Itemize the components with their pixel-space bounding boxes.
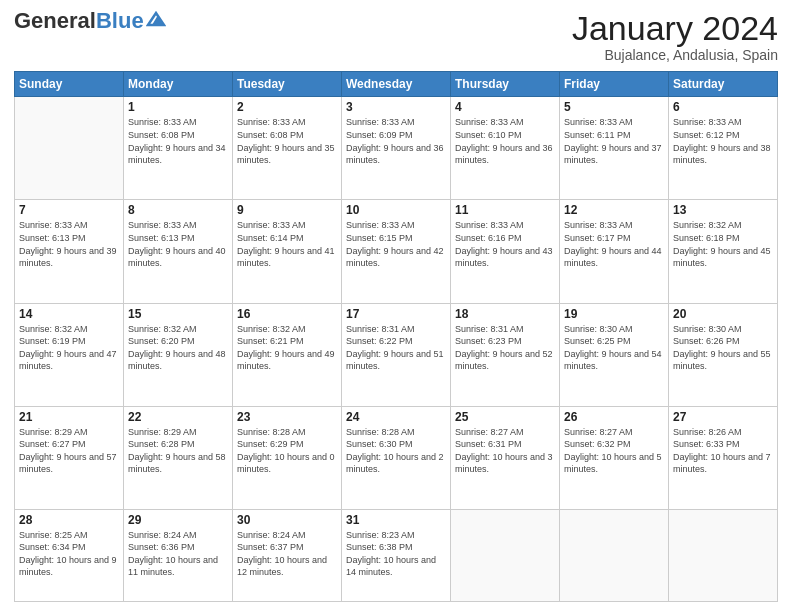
day-number: 3 [346,100,446,114]
day-info: Sunrise: 8:28 AMSunset: 6:30 PMDaylight:… [346,426,446,476]
daylight-text: Daylight: 9 hours and 54 minutes. [564,348,664,373]
table-row: 17Sunrise: 8:31 AMSunset: 6:22 PMDayligh… [342,303,451,406]
daylight-text: Daylight: 10 hours and 12 minutes. [237,554,337,579]
table-row: 23Sunrise: 8:28 AMSunset: 6:29 PMDayligh… [233,406,342,509]
daylight-text: Daylight: 9 hours and 37 minutes. [564,142,664,167]
table-row: 2Sunrise: 8:33 AMSunset: 6:08 PMDaylight… [233,97,342,200]
table-row: 30Sunrise: 8:24 AMSunset: 6:37 PMDayligh… [233,509,342,601]
daylight-text: Daylight: 9 hours and 35 minutes. [237,142,337,167]
day-info: Sunrise: 8:24 AMSunset: 6:36 PMDaylight:… [128,529,228,579]
sunrise-text: Sunrise: 8:33 AM [346,219,446,232]
day-number: 13 [673,203,773,217]
sunset-text: Sunset: 6:14 PM [237,232,337,245]
table-row: 6Sunrise: 8:33 AMSunset: 6:12 PMDaylight… [669,97,778,200]
day-info: Sunrise: 8:33 AMSunset: 6:08 PMDaylight:… [128,116,228,166]
sunrise-text: Sunrise: 8:25 AM [19,529,119,542]
day-info: Sunrise: 8:33 AMSunset: 6:13 PMDaylight:… [19,219,119,269]
table-row: 1Sunrise: 8:33 AMSunset: 6:08 PMDaylight… [124,97,233,200]
table-row: 27Sunrise: 8:26 AMSunset: 6:33 PMDayligh… [669,406,778,509]
sunrise-text: Sunrise: 8:33 AM [673,116,773,129]
sunset-text: Sunset: 6:29 PM [237,438,337,451]
day-number: 6 [673,100,773,114]
day-number: 7 [19,203,119,217]
sunset-text: Sunset: 6:10 PM [455,129,555,142]
table-row: 19Sunrise: 8:30 AMSunset: 6:25 PMDayligh… [560,303,669,406]
day-number: 31 [346,513,446,527]
table-row: 5Sunrise: 8:33 AMSunset: 6:11 PMDaylight… [560,97,669,200]
sunset-text: Sunset: 6:28 PM [128,438,228,451]
page-container: GeneralBlue January 2024 Bujalance, Anda… [0,0,792,612]
day-info: Sunrise: 8:32 AMSunset: 6:20 PMDaylight:… [128,323,228,373]
sunrise-text: Sunrise: 8:24 AM [128,529,228,542]
sunset-text: Sunset: 6:26 PM [673,335,773,348]
table-row: 13Sunrise: 8:32 AMSunset: 6:18 PMDayligh… [669,200,778,303]
daylight-text: Daylight: 10 hours and 5 minutes. [564,451,664,476]
logo: GeneralBlue [14,10,166,32]
sunrise-text: Sunrise: 8:33 AM [19,219,119,232]
daylight-text: Daylight: 9 hours and 39 minutes. [19,245,119,270]
day-info: Sunrise: 8:33 AMSunset: 6:08 PMDaylight:… [237,116,337,166]
sunset-text: Sunset: 6:25 PM [564,335,664,348]
sunrise-text: Sunrise: 8:29 AM [19,426,119,439]
sunrise-text: Sunrise: 8:33 AM [128,219,228,232]
sunset-text: Sunset: 6:13 PM [19,232,119,245]
day-number: 5 [564,100,664,114]
table-row: 29Sunrise: 8:24 AMSunset: 6:36 PMDayligh… [124,509,233,601]
day-info: Sunrise: 8:30 AMSunset: 6:25 PMDaylight:… [564,323,664,373]
day-number: 15 [128,307,228,321]
table-row: 11Sunrise: 8:33 AMSunset: 6:16 PMDayligh… [451,200,560,303]
sunrise-text: Sunrise: 8:32 AM [673,219,773,232]
col-sunday: Sunday [15,72,124,97]
logo-blue: Blue [96,8,144,33]
page-header: GeneralBlue January 2024 Bujalance, Anda… [14,10,778,63]
sunrise-text: Sunrise: 8:33 AM [128,116,228,129]
sunset-text: Sunset: 6:13 PM [128,232,228,245]
sunrise-text: Sunrise: 8:30 AM [564,323,664,336]
day-number: 1 [128,100,228,114]
sunrise-text: Sunrise: 8:24 AM [237,529,337,542]
sunrise-text: Sunrise: 8:32 AM [19,323,119,336]
table-row: 14Sunrise: 8:32 AMSunset: 6:19 PMDayligh… [15,303,124,406]
table-row: 8Sunrise: 8:33 AMSunset: 6:13 PMDaylight… [124,200,233,303]
daylight-text: Daylight: 9 hours and 52 minutes. [455,348,555,373]
daylight-text: Daylight: 9 hours and 43 minutes. [455,245,555,270]
day-info: Sunrise: 8:30 AMSunset: 6:26 PMDaylight:… [673,323,773,373]
table-row: 9Sunrise: 8:33 AMSunset: 6:14 PMDaylight… [233,200,342,303]
title-block: January 2024 Bujalance, Andalusia, Spain [572,10,778,63]
day-number: 8 [128,203,228,217]
day-info: Sunrise: 8:33 AMSunset: 6:17 PMDaylight:… [564,219,664,269]
sunrise-text: Sunrise: 8:23 AM [346,529,446,542]
sunrise-text: Sunrise: 8:28 AM [237,426,337,439]
table-row: 28Sunrise: 8:25 AMSunset: 6:34 PMDayligh… [15,509,124,601]
daylight-text: Daylight: 9 hours and 38 minutes. [673,142,773,167]
table-row: 7Sunrise: 8:33 AMSunset: 6:13 PMDaylight… [15,200,124,303]
day-info: Sunrise: 8:24 AMSunset: 6:37 PMDaylight:… [237,529,337,579]
sunrise-text: Sunrise: 8:32 AM [237,323,337,336]
day-number: 30 [237,513,337,527]
daylight-text: Daylight: 10 hours and 9 minutes. [19,554,119,579]
day-number: 2 [237,100,337,114]
day-info: Sunrise: 8:33 AMSunset: 6:13 PMDaylight:… [128,219,228,269]
daylight-text: Daylight: 9 hours and 36 minutes. [346,142,446,167]
daylight-text: Daylight: 9 hours and 36 minutes. [455,142,555,167]
day-info: Sunrise: 8:33 AMSunset: 6:10 PMDaylight:… [455,116,555,166]
sunset-text: Sunset: 6:33 PM [673,438,773,451]
daylight-text: Daylight: 9 hours and 44 minutes. [564,245,664,270]
sunset-text: Sunset: 6:34 PM [19,541,119,554]
sunset-text: Sunset: 6:08 PM [128,129,228,142]
day-number: 17 [346,307,446,321]
sunrise-text: Sunrise: 8:33 AM [237,219,337,232]
sunset-text: Sunset: 6:37 PM [237,541,337,554]
col-tuesday: Tuesday [233,72,342,97]
day-number: 23 [237,410,337,424]
day-info: Sunrise: 8:32 AMSunset: 6:19 PMDaylight:… [19,323,119,373]
day-info: Sunrise: 8:33 AMSunset: 6:15 PMDaylight:… [346,219,446,269]
sunrise-text: Sunrise: 8:33 AM [346,116,446,129]
sunset-text: Sunset: 6:12 PM [673,129,773,142]
day-number: 20 [673,307,773,321]
day-info: Sunrise: 8:27 AMSunset: 6:32 PMDaylight:… [564,426,664,476]
day-number: 14 [19,307,119,321]
sunset-text: Sunset: 6:16 PM [455,232,555,245]
daylight-text: Daylight: 10 hours and 0 minutes. [237,451,337,476]
sunset-text: Sunset: 6:20 PM [128,335,228,348]
